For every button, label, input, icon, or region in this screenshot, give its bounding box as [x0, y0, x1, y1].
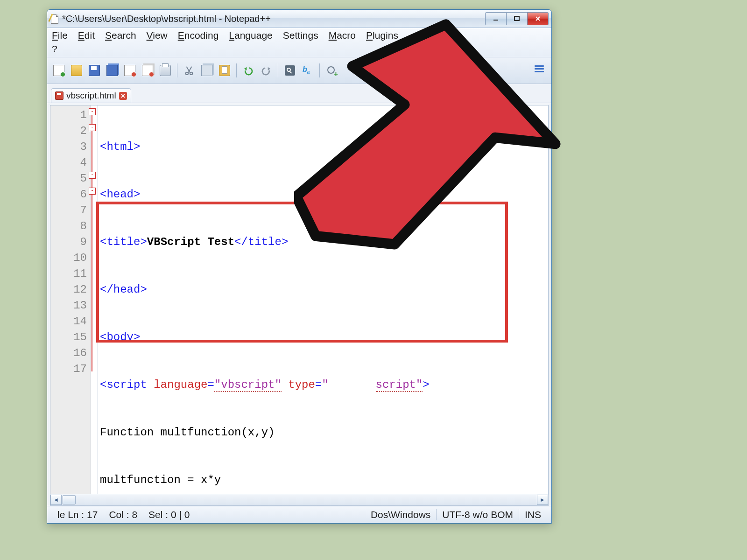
- menu-encoding[interactable]: Encoding: [178, 30, 219, 41]
- close-all-icon: [142, 65, 153, 76]
- fold-toggle[interactable]: -: [89, 172, 96, 179]
- find-button[interactable]: [282, 63, 298, 78]
- cut-icon: [184, 65, 194, 76]
- fold-toggle[interactable]: -: [89, 188, 96, 195]
- line-number: 16: [50, 345, 87, 361]
- code-text: =: [207, 378, 214, 391]
- find-replace-button[interactable]: ba: [300, 63, 316, 78]
- list-icon: [535, 65, 545, 76]
- view-list-button[interactable]: [532, 63, 548, 78]
- line-number: 5: [50, 171, 87, 187]
- close-file-button[interactable]: [122, 63, 138, 78]
- status-sel: Sel : 0 | 0: [143, 509, 195, 520]
- close-all-button[interactable]: [140, 63, 155, 78]
- undo-icon: [243, 65, 254, 76]
- minimize-button[interactable]: [485, 12, 507, 25]
- file-tab[interactable]: vbscript.html ✕: [51, 88, 131, 103]
- close-button[interactable]: [528, 12, 549, 25]
- line-number: 2: [50, 123, 87, 139]
- menu-language[interactable]: Language: [229, 30, 272, 41]
- code-text: ": [322, 378, 328, 391]
- tab-bar: vbscript.html ✕: [47, 84, 551, 103]
- svg-point-3: [190, 72, 193, 75]
- paste-button[interactable]: [217, 63, 233, 78]
- open-file-button[interactable]: [69, 63, 85, 78]
- status-bar: le Ln : 17 Col : 8 Sel : 0 | 0 Dos\Windo…: [47, 506, 551, 523]
- cut-button[interactable]: [181, 63, 197, 78]
- fold-column: - - - -: [87, 105, 98, 494]
- menu-macro[interactable]: Macro: [329, 30, 356, 41]
- fold-toggle[interactable]: -: [89, 124, 96, 131]
- copy-icon: [201, 65, 212, 76]
- scroll-thumb[interactable]: [63, 495, 76, 504]
- maximize-button[interactable]: [507, 12, 528, 25]
- menu-plugins[interactable]: Plugins: [366, 30, 398, 41]
- title-bar[interactable]: *C:\Users\User\Desktop\vbscript.html - N…: [47, 10, 551, 28]
- fold-toggle[interactable]: -: [89, 108, 96, 115]
- redo-icon: [261, 65, 271, 76]
- copy-button[interactable]: [199, 63, 215, 78]
- save-button[interactable]: [86, 63, 102, 78]
- toolbar-separator: [278, 63, 278, 77]
- maximize-icon: [514, 15, 520, 22]
- toolbar: ba: [47, 57, 551, 84]
- code-text: <title>: [100, 236, 147, 248]
- svg-rect-1: [514, 16, 519, 21]
- menu-settings[interactable]: Settings: [283, 30, 318, 41]
- line-number: 3: [50, 139, 87, 155]
- zoom-in-button[interactable]: [324, 63, 339, 78]
- code-text: multfunction = x*y: [100, 474, 221, 486]
- line-number: 17: [50, 361, 87, 377]
- line-number-gutter: 1 2 3 4 5 6 7 8 9 10 11 12 13 14 15 16 1…: [50, 105, 91, 494]
- window-title: *C:\Users\User\Desktop\vbscript.html - N…: [62, 14, 485, 24]
- menu-view[interactable]: View: [147, 30, 168, 41]
- line-number: 10: [50, 250, 87, 266]
- folder-open-icon: [71, 65, 82, 76]
- print-icon: [160, 65, 171, 76]
- tab-label: vbscript.html: [66, 91, 116, 101]
- save-all-icon: [106, 65, 118, 76]
- toolbar-separator: [236, 63, 237, 77]
- zoom-in-icon: [326, 65, 337, 76]
- tab-close-button[interactable]: ✕: [119, 92, 127, 100]
- line-number: 7: [50, 203, 87, 218]
- code-area[interactable]: <html> <head> <title>VBScript Test</titl…: [97, 107, 548, 494]
- print-button[interactable]: [157, 63, 173, 78]
- code-text: Function multfunction(x,y): [100, 426, 275, 439]
- close-icon: [535, 15, 541, 22]
- save-icon: [89, 65, 100, 76]
- code-text: type: [288, 378, 315, 391]
- code-text: "vbscript": [214, 378, 282, 392]
- code-text: language: [154, 378, 207, 391]
- menu-file[interactable]: File: [52, 30, 68, 41]
- line-number: 6: [50, 187, 87, 203]
- new-file-button[interactable]: [51, 63, 67, 78]
- new-file-icon: [53, 65, 64, 76]
- line-number: 1: [50, 107, 87, 123]
- find-icon: [285, 65, 295, 76]
- app-window: *C:\Users\User\Desktop\vbscript.html - N…: [47, 9, 552, 524]
- save-all-button[interactable]: [104, 63, 120, 78]
- menu-bar: File Edit Search View Encoding Language …: [47, 28, 551, 57]
- menu-help[interactable]: ?: [52, 43, 547, 55]
- status-encoding: UTF-8 w/o BOM: [437, 509, 519, 520]
- scroll-left-button[interactable]: ◄: [50, 495, 62, 505]
- status-eol: Dos\Windows: [365, 509, 436, 520]
- svg-rect-0: [493, 20, 498, 21]
- line-number: 9: [50, 234, 87, 250]
- menu-search[interactable]: Search: [105, 30, 136, 41]
- code-text: <head>: [100, 188, 140, 201]
- code-editor[interactable]: 1 2 3 4 5 6 7 8 9 10 11 12 13 14 15 16 1…: [50, 105, 549, 494]
- scroll-right-button[interactable]: ►: [537, 495, 548, 505]
- menu-edit[interactable]: Edit: [78, 30, 95, 41]
- unsaved-disk-icon: [55, 91, 63, 100]
- redo-button[interactable]: [258, 63, 274, 78]
- horizontal-scrollbar[interactable]: ◄ ►: [50, 494, 549, 506]
- status-col: Col : 8: [103, 509, 143, 520]
- undo-button[interactable]: [240, 63, 256, 78]
- line-number: 12: [50, 282, 87, 298]
- toolbar-separator: [177, 63, 177, 77]
- code-text: >: [423, 378, 429, 391]
- svg-point-2: [186, 72, 189, 75]
- line-number: 14: [50, 314, 87, 329]
